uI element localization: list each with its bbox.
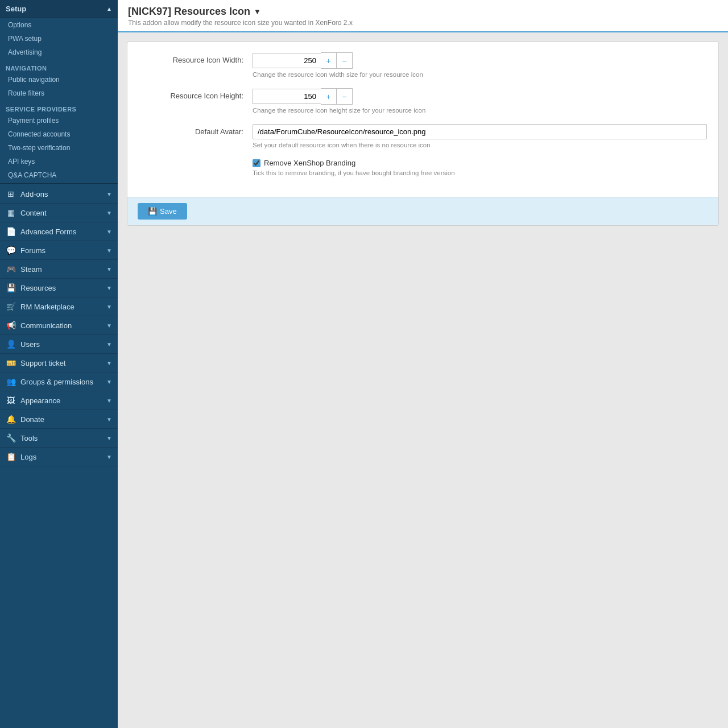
groups-permissions-icon: 👥 — [6, 377, 16, 386]
remove-branding-label: Remove XenShop Branding — [264, 159, 355, 167]
sidebar-item-advanced-forms[interactable]: 📄 Advanced Forms ▼ — [0, 222, 118, 241]
rm-marketplace-label: RM Marketplace — [20, 303, 75, 311]
options-label: Options — [8, 21, 31, 29]
sidebar-item-api-keys[interactable]: API keys — [0, 155, 118, 168]
steam-icon: 🎮 — [6, 264, 16, 274]
sidebar-item-two-step-verification[interactable]: Two-step verification — [0, 141, 118, 155]
page-header: [NICK97] Resources Icon ▼ This addon all… — [118, 0, 728, 32]
content-icon: ▦ — [6, 208, 16, 217]
support-ticket-chevron: ▼ — [106, 360, 112, 366]
sidebar-item-users[interactable]: 👤 Users ▼ — [0, 335, 118, 354]
label-remove-branding — [139, 159, 253, 162]
input-resource-icon-height[interactable] — [253, 89, 321, 104]
tools-chevron: ▼ — [106, 435, 112, 441]
sidebar-item-donate[interactable]: 🔔 Donate ▼ — [0, 410, 118, 429]
resources-label: Resources — [20, 284, 56, 292]
sidebar-item-rm-marketplace[interactable]: 🛒 RM Marketplace ▼ — [0, 297, 118, 316]
steam-label: Steam — [20, 265, 42, 274]
appearance-label: Appearance — [20, 396, 60, 405]
logs-chevron: ▼ — [106, 454, 112, 460]
sidebar-item-pwa-setup[interactable]: PWA setup — [0, 32, 118, 46]
save-icon: 💾 — [148, 207, 157, 216]
appearance-icon: 🖼 — [6, 396, 16, 405]
pwa-setup-label: PWA setup — [8, 35, 42, 43]
hint-default-avatar: Set your default resource icon when ther… — [253, 142, 707, 148]
form-container: Resource Icon Width: + − Change the reso… — [127, 42, 719, 226]
hint-resource-icon-width: Change the resource icon width size for … — [253, 71, 707, 78]
steam-chevron: ▼ — [106, 266, 112, 272]
sidebar-item-tools[interactable]: 🔧 Tools ▼ — [0, 429, 118, 448]
hint-resource-icon-height: Change the resource icon height size for… — [253, 107, 707, 114]
page-subtitle: This addon allow modify the resource ico… — [128, 19, 718, 27]
donate-icon: 🔔 — [6, 415, 16, 424]
sidebar-top[interactable]: Setup ▲ — [0, 0, 118, 18]
sidebar-item-add-ons[interactable]: ⊞ Add-ons ▼ — [0, 185, 118, 204]
sidebar-item-public-navigation[interactable]: Public navigation — [0, 73, 118, 86]
communication-label: Communication — [20, 321, 72, 330]
control-remove-branding: Remove XenShop Branding Tick this to rem… — [253, 159, 707, 176]
increment-width-button[interactable]: + — [321, 52, 337, 69]
advertising-label: Advertising — [8, 48, 42, 56]
sidebar-item-appearance[interactable]: 🖼 Appearance ▼ — [0, 391, 118, 410]
label-resource-icon-width: Resource Icon Width: — [139, 52, 253, 64]
sidebar-item-steam[interactable]: 🎮 Steam ▼ — [0, 260, 118, 279]
field-resource-icon-height: Resource Icon Height: + − Change the res… — [139, 88, 707, 114]
page-title: [NICK97] Resources Icon ▼ — [128, 6, 718, 18]
rm-marketplace-icon: 🛒 — [6, 302, 16, 311]
add-ons-icon: ⊞ — [6, 189, 16, 198]
field-default-avatar: Default Avatar: Set your default resourc… — [139, 124, 707, 148]
groups-permissions-chevron: ▼ — [106, 379, 112, 385]
logs-icon: 📋 — [6, 452, 16, 461]
sidebar-item-forums[interactable]: 💬 Forums ▼ — [0, 241, 118, 260]
section-service-providers: Service providers — [0, 102, 118, 114]
sidebar-item-logs[interactable]: 📋 Logs ▼ — [0, 448, 118, 466]
form-footer: 💾 Save — [127, 197, 718, 225]
sidebar-item-connected-accounts[interactable]: Connected accounts — [0, 127, 118, 141]
sidebar-item-groups-permissions[interactable]: 👥 Groups & permissions ▼ — [0, 373, 118, 391]
decrement-width-button[interactable]: − — [337, 52, 353, 69]
control-resource-icon-width: + − Change the resource icon width size … — [253, 52, 707, 78]
advanced-forms-chevron: ▼ — [106, 229, 112, 235]
sidebar-item-resources[interactable]: 💾 Resources ▼ — [0, 279, 118, 297]
increment-height-button[interactable]: + — [321, 88, 337, 105]
sidebar-item-payment-profiles[interactable]: Payment profiles — [0, 114, 118, 127]
forums-icon: 💬 — [6, 246, 16, 255]
input-default-avatar[interactable] — [253, 124, 707, 139]
forums-chevron: ▼ — [106, 247, 112, 254]
sidebar-item-qa-captcha[interactable]: Q&A CAPTCHA — [0, 168, 118, 182]
page-title-text: [NICK97] Resources Icon — [128, 6, 250, 18]
field-remove-branding: Remove XenShop Branding Tick this to rem… — [139, 159, 707, 176]
sidebar-item-route-filters[interactable]: Route filters — [0, 86, 118, 100]
title-dropdown-arrow[interactable]: ▼ — [254, 7, 261, 16]
tools-icon: 🔧 — [6, 433, 16, 442]
sidebar: Setup ▲ Options PWA setup Advertising Na… — [0, 0, 118, 728]
sidebar-item-content[interactable]: ▦ Content ▼ — [0, 204, 118, 222]
groups-permissions-label: Groups & permissions — [20, 378, 93, 386]
advanced-forms-icon: 📄 — [6, 227, 16, 236]
rm-marketplace-chevron: ▼ — [106, 304, 112, 310]
save-button[interactable]: 💾 Save — [138, 203, 187, 220]
users-icon: 👤 — [6, 340, 16, 349]
checkbox-remove-branding[interactable] — [253, 159, 260, 167]
appearance-chevron: ▼ — [106, 398, 112, 404]
sidebar-item-communication[interactable]: 📢 Communication ▼ — [0, 316, 118, 335]
save-label: Save — [160, 207, 177, 216]
input-resource-icon-width[interactable] — [253, 53, 321, 68]
advanced-forms-label: Advanced Forms — [20, 228, 76, 236]
rest-area — [118, 235, 728, 728]
label-resource-icon-height: Resource Icon Height: — [139, 88, 253, 100]
sidebar-item-support-ticket[interactable]: 🎫 Support ticket ▼ — [0, 354, 118, 373]
add-ons-chevron: ▼ — [106, 191, 112, 197]
section-navigation: Navigation — [0, 61, 118, 73]
setup-label: Setup — [6, 5, 26, 13]
sidebar-item-advertising[interactable]: Advertising — [0, 46, 118, 59]
add-ons-label: Add-ons — [20, 190, 48, 198]
control-default-avatar: Set your default resource icon when ther… — [253, 124, 707, 148]
logs-label: Logs — [20, 453, 36, 461]
control-resource-icon-height: + − Change the resource icon height size… — [253, 88, 707, 114]
hint-remove-branding: Tick this to remove branding, if you hav… — [253, 169, 707, 176]
sidebar-item-options[interactable]: Options — [0, 18, 118, 32]
main-content: [NICK97] Resources Icon ▼ This addon all… — [118, 0, 728, 728]
donate-label: Donate — [20, 415, 44, 424]
decrement-height-button[interactable]: − — [337, 88, 353, 105]
